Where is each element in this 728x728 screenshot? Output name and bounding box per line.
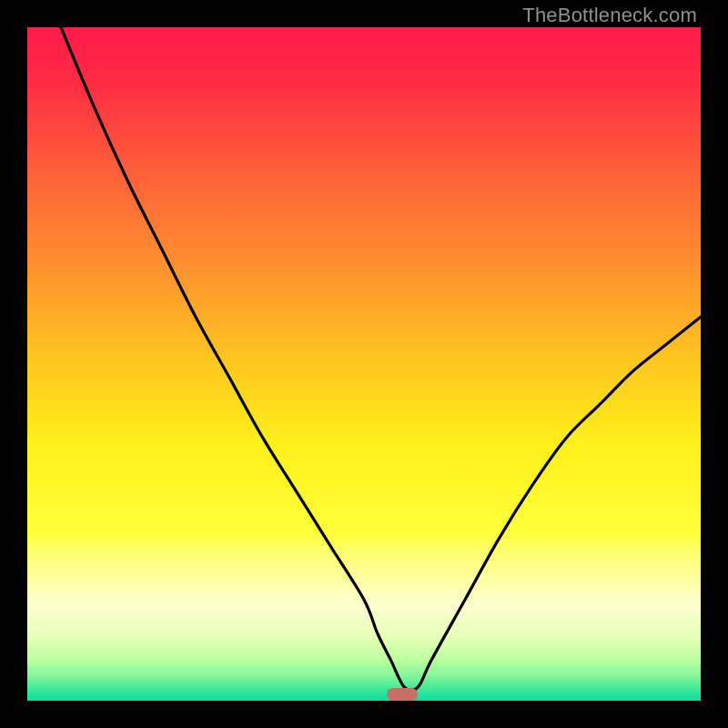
bottleneck-curve	[27, 27, 701, 701]
plot-area	[27, 27, 701, 701]
chart-frame: TheBottleneck.com	[0, 0, 728, 728]
watermark-text: TheBottleneck.com	[522, 4, 697, 27]
optimal-marker	[387, 688, 418, 701]
